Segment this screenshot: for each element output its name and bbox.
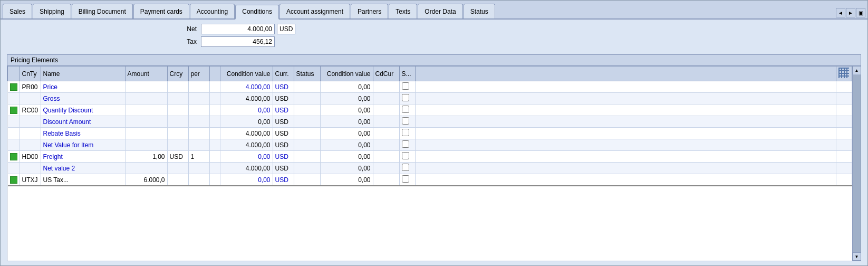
row-status xyxy=(294,139,320,151)
row-name[interactable]: Price xyxy=(41,81,125,93)
col-header-curr[interactable]: Curr. xyxy=(273,66,294,81)
tab-next-button[interactable]: ► xyxy=(846,8,855,17)
row-curr: USD xyxy=(273,128,294,139)
tab-prev-button[interactable]: ◄ xyxy=(836,8,845,17)
tab-conditions[interactable]: Conditions xyxy=(235,5,279,20)
row-curr: USD xyxy=(273,116,294,128)
row-checkbox-pr00[interactable] xyxy=(10,83,17,91)
row-s[interactable] xyxy=(399,81,415,93)
row-per xyxy=(188,163,209,174)
row-cnty: RC00 xyxy=(20,104,41,116)
row-amount: 6.000,0 xyxy=(125,174,167,186)
table-row: PR00 Price 4.000,00 USD 0,00 xyxy=(8,81,852,93)
row-s[interactable] xyxy=(399,139,415,151)
tab-bar: Sales Shipping Billing Document Payment … xyxy=(1,1,867,20)
row-select-cell[interactable] xyxy=(8,104,20,116)
col-header-fill xyxy=(415,66,836,81)
row-cnty xyxy=(20,128,41,139)
row-condval: 4.000,00 xyxy=(220,93,273,104)
row-name[interactable]: US Tax... xyxy=(41,174,125,186)
col-header-condition-value2[interactable]: Condition value xyxy=(320,66,373,81)
tab-sales[interactable]: Sales xyxy=(3,4,32,18)
col-header-spacer xyxy=(209,66,220,81)
row-icon xyxy=(836,104,852,116)
row-cdcur xyxy=(373,93,399,104)
table-row: Rebate Basis 4.000,00 USD 0,00 xyxy=(8,128,852,139)
row-checkbox-rc00[interactable] xyxy=(10,107,17,114)
row-spacer xyxy=(209,139,220,151)
row-crcy xyxy=(167,93,188,104)
tab-accounting[interactable]: Accounting xyxy=(190,4,235,18)
row-s[interactable] xyxy=(399,151,415,163)
row-s[interactable] xyxy=(399,93,415,104)
row-spacer xyxy=(209,116,220,128)
row-s[interactable] xyxy=(399,104,415,116)
col-header-s[interactable]: S... xyxy=(399,66,415,81)
col-header-condition-value[interactable]: Condition value xyxy=(220,66,273,81)
row-s[interactable] xyxy=(399,128,415,139)
scroll-up-button[interactable]: ▲ xyxy=(853,66,861,74)
row-curr: USD xyxy=(273,151,294,163)
row-checkbox-hd00[interactable] xyxy=(10,153,17,160)
row-name[interactable]: Freight xyxy=(41,151,125,163)
row-amount xyxy=(125,128,167,139)
col-header-icon[interactable] xyxy=(836,66,852,81)
col-header-amount[interactable]: Amount xyxy=(125,66,167,81)
row-curr: USD xyxy=(273,163,294,174)
grid-customize-icon[interactable] xyxy=(838,68,849,78)
row-s[interactable] xyxy=(399,116,415,128)
tab-billing-document[interactable]: Billing Document xyxy=(72,4,133,18)
row-per xyxy=(188,81,209,93)
col-header-cnty[interactable]: CnTy xyxy=(20,66,41,81)
row-crcy xyxy=(167,104,188,116)
row-select-cell[interactable] xyxy=(8,174,20,186)
row-condval: 0,00 xyxy=(220,116,273,128)
row-checkbox-utxj[interactable] xyxy=(10,176,17,184)
row-fill xyxy=(415,174,836,186)
row-name[interactable]: Rebate Basis xyxy=(41,128,125,139)
row-select-cell[interactable] xyxy=(8,81,20,93)
row-crcy: USD xyxy=(167,151,188,163)
row-spacer xyxy=(209,93,220,104)
tab-payment-cards[interactable]: Payment cards xyxy=(133,4,189,18)
row-spacer xyxy=(209,174,220,186)
net-row: Net USD xyxy=(165,24,861,34)
tab-status[interactable]: Status xyxy=(464,4,495,18)
scroll-thumb[interactable] xyxy=(853,75,861,252)
row-cnty xyxy=(20,139,41,151)
row-condval2: 0,00 xyxy=(320,81,373,93)
row-curr: USD xyxy=(273,81,294,93)
tab-close-button[interactable]: ▣ xyxy=(856,8,865,17)
row-s[interactable] xyxy=(399,174,415,186)
row-fill xyxy=(415,139,836,151)
row-cdcur xyxy=(373,81,399,93)
tax-value-input[interactable] xyxy=(201,36,275,47)
row-curr: USD xyxy=(273,104,294,116)
col-header-cdcur[interactable]: CdCur xyxy=(373,66,399,81)
tab-shipping[interactable]: Shipping xyxy=(33,4,71,18)
row-name[interactable]: Net Value for Item xyxy=(41,139,125,151)
tab-partners[interactable]: Partners xyxy=(351,4,388,18)
col-header-name[interactable]: Name xyxy=(41,66,125,81)
tab-texts[interactable]: Texts xyxy=(389,4,417,18)
row-name[interactable]: Net value 2 xyxy=(41,163,125,174)
row-name[interactable]: Discount Amount xyxy=(41,116,125,128)
row-crcy xyxy=(167,116,188,128)
tab-account-assignment[interactable]: Account assignment xyxy=(279,4,350,18)
col-header-crcy[interactable]: Crcy xyxy=(167,66,188,81)
row-s[interactable] xyxy=(399,163,415,174)
scroll-down-button[interactable]: ▼ xyxy=(853,252,861,261)
row-fill xyxy=(415,128,836,139)
row-status xyxy=(294,128,320,139)
pricing-table-body: PR00 Price 4.000,00 USD 0,00 xyxy=(8,81,852,186)
net-value-input[interactable] xyxy=(201,24,275,34)
row-crcy xyxy=(167,128,188,139)
col-header-status[interactable]: Status xyxy=(294,66,320,81)
row-select-cell[interactable] xyxy=(8,151,20,163)
row-fill xyxy=(415,163,836,174)
row-name[interactable]: Quantity Discount xyxy=(41,104,125,116)
tab-order-data[interactable]: Order Data xyxy=(418,4,462,18)
col-header-per[interactable]: per xyxy=(188,66,209,81)
row-name[interactable]: Gross xyxy=(41,93,125,104)
vertical-scrollbar[interactable]: ▲ ▼ xyxy=(852,66,861,261)
